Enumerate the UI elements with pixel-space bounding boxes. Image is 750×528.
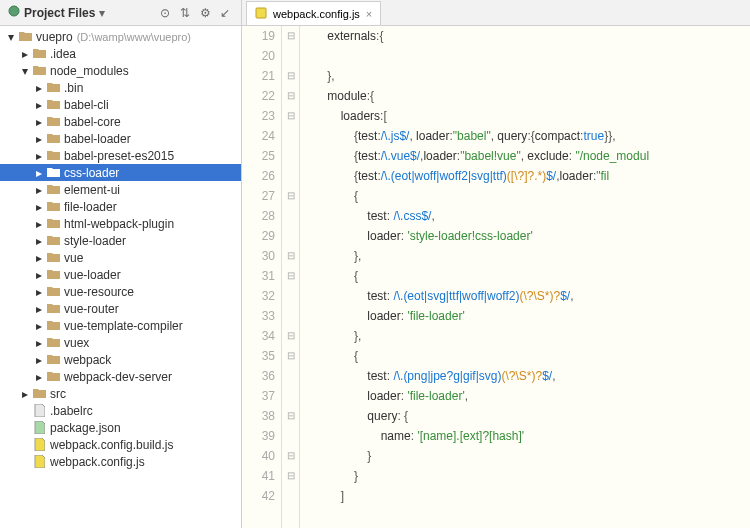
tree-item[interactable]: ▸.bin	[0, 79, 241, 96]
tree-item[interactable]: ▸webpack	[0, 351, 241, 368]
fold-marker[interactable]	[282, 226, 299, 246]
fold-marker[interactable]	[282, 206, 299, 226]
code-line[interactable]: {	[304, 186, 750, 206]
tree-item[interactable]: ▸vue-loader	[0, 266, 241, 283]
fold-marker[interactable]: ⊟	[282, 346, 299, 366]
code-line[interactable]: test: /\.(png|jpe?g|gif|svg)(\?\S*)?$/,	[304, 366, 750, 386]
code-line[interactable]: },	[304, 246, 750, 266]
tree-item[interactable]: ▸vue	[0, 249, 241, 266]
hide-icon[interactable]: ↙	[217, 5, 233, 21]
tree-item[interactable]: ▸element-ui	[0, 181, 241, 198]
collapse-icon[interactable]: ▸	[20, 389, 30, 399]
tree-item[interactable]: .babelrc	[0, 402, 241, 419]
tree-item[interactable]: ▸vuex	[0, 334, 241, 351]
expand-icon[interactable]: ▾	[20, 66, 30, 76]
tree-item[interactable]: package.json	[0, 419, 241, 436]
code-line[interactable]: loader: 'file-loader',	[304, 386, 750, 406]
collapse-icon[interactable]: ▸	[34, 100, 44, 110]
fold-marker[interactable]: ⊟	[282, 66, 299, 86]
tree-item[interactable]: ▸.idea	[0, 45, 241, 62]
code-line[interactable]: loader: 'file-loader'	[304, 306, 750, 326]
tree-item[interactable]: ▸babel-core	[0, 113, 241, 130]
code-line[interactable]: loader: 'style-loader!css-loader'	[304, 226, 750, 246]
fold-marker[interactable]: ⊟	[282, 246, 299, 266]
collapse-icon[interactable]: ▸	[34, 287, 44, 297]
collapse-icon[interactable]: ▸	[34, 117, 44, 127]
code-line[interactable]: test: /\.(eot|svg|ttf|woff|woff2)(\?\S*)…	[304, 286, 750, 306]
collapse-icon[interactable]: ▸	[34, 304, 44, 314]
tree-item[interactable]: ▸vue-resource	[0, 283, 241, 300]
collapse-icon[interactable]: ▸	[34, 219, 44, 229]
fold-marker[interactable]: ⊟	[282, 406, 299, 426]
collapse-icon[interactable]: ▸	[34, 253, 44, 263]
tree-item[interactable]: ▸webpack-dev-server	[0, 368, 241, 385]
fold-marker[interactable]: ⊟	[282, 86, 299, 106]
code-line[interactable]: {test:/\.js$/, loader:"babel", query:{co…	[304, 126, 750, 146]
project-tree[interactable]: ▾vuepro(D:\wamp\www\vuepro)▸.idea▾node_m…	[0, 26, 241, 528]
fold-marker[interactable]: ⊟	[282, 466, 299, 486]
collapse-icon[interactable]: ▸	[34, 134, 44, 144]
tree-item[interactable]: ▸style-loader	[0, 232, 241, 249]
collapse-icon[interactable]	[20, 440, 30, 450]
fold-marker[interactable]	[282, 286, 299, 306]
code-line[interactable]: module:{	[304, 86, 750, 106]
tree-item[interactable]: ▾node_modules	[0, 62, 241, 79]
fold-marker[interactable]	[282, 426, 299, 446]
collapse-icon[interactable]	[20, 423, 30, 433]
scroll-icon[interactable]: ⇅	[177, 5, 193, 21]
tree-item[interactable]: ▸babel-loader	[0, 130, 241, 147]
code-line[interactable]: ]	[304, 486, 750, 506]
fold-marker[interactable]: ⊟	[282, 446, 299, 466]
collapse-icon[interactable]: ⊙	[157, 5, 173, 21]
code-line[interactable]: }	[304, 466, 750, 486]
fold-marker[interactable]	[282, 386, 299, 406]
collapse-icon[interactable]: ▸	[34, 355, 44, 365]
fold-marker[interactable]	[282, 46, 299, 66]
code-line[interactable]: loaders:[	[304, 106, 750, 126]
collapse-icon[interactable]: ▸	[34, 83, 44, 93]
code-line[interactable]: {	[304, 266, 750, 286]
code-line[interactable]: externals:{	[304, 26, 750, 46]
tree-item[interactable]: webpack.config.build.js	[0, 436, 241, 453]
collapse-icon[interactable]: ▸	[20, 49, 30, 59]
code-area[interactable]: 1920212223242526272829303132333435363738…	[242, 26, 750, 528]
tree-item[interactable]: webpack.config.js	[0, 453, 241, 470]
tree-item[interactable]: ▸html-webpack-plugin	[0, 215, 241, 232]
tree-item[interactable]: ▾vuepro(D:\wamp\www\vuepro)	[0, 28, 241, 45]
fold-marker[interactable]	[282, 146, 299, 166]
fold-marker[interactable]	[282, 486, 299, 506]
collapse-icon[interactable]: ▸	[34, 270, 44, 280]
fold-marker[interactable]: ⊟	[282, 326, 299, 346]
fold-marker[interactable]: ⊟	[282, 106, 299, 126]
collapse-icon[interactable]: ▸	[34, 338, 44, 348]
fold-marker[interactable]	[282, 306, 299, 326]
collapse-icon[interactable]: ▸	[34, 168, 44, 178]
tree-item[interactable]: ▸src	[0, 385, 241, 402]
expand-icon[interactable]: ▾	[6, 32, 16, 42]
tree-item[interactable]: ▸vue-router	[0, 300, 241, 317]
collapse-icon[interactable]: ▸	[34, 372, 44, 382]
code-line[interactable]: test: /\.css$/,	[304, 206, 750, 226]
code-line[interactable]: }	[304, 446, 750, 466]
code-line[interactable]: {	[304, 346, 750, 366]
tree-item[interactable]: ▸file-loader	[0, 198, 241, 215]
tree-item[interactable]: ▸babel-cli	[0, 96, 241, 113]
collapse-icon[interactable]: ▸	[34, 151, 44, 161]
tab-webpack-config[interactable]: webpack.config.js ×	[246, 1, 381, 25]
collapse-icon[interactable]: ▸	[34, 202, 44, 212]
dropdown-icon[interactable]: ▾	[99, 6, 105, 20]
tree-item[interactable]: ▸babel-preset-es2015	[0, 147, 241, 164]
tree-item[interactable]: ▸vue-template-compiler	[0, 317, 241, 334]
collapse-icon[interactable]: ▸	[34, 321, 44, 331]
code-content[interactable]: externals:{ }, module:{ loaders:[ {test:…	[300, 26, 750, 528]
code-line[interactable]: name: '[name].[ext]?[hash]'	[304, 426, 750, 446]
collapse-icon[interactable]: ▸	[34, 185, 44, 195]
collapse-icon[interactable]: ▸	[34, 236, 44, 246]
code-line[interactable]	[304, 46, 750, 66]
fold-marker[interactable]	[282, 366, 299, 386]
collapse-icon[interactable]	[20, 457, 30, 467]
fold-marker[interactable]	[282, 166, 299, 186]
fold-marker[interactable]: ⊟	[282, 266, 299, 286]
fold-marker[interactable]: ⊟	[282, 26, 299, 46]
code-line[interactable]: },	[304, 326, 750, 346]
